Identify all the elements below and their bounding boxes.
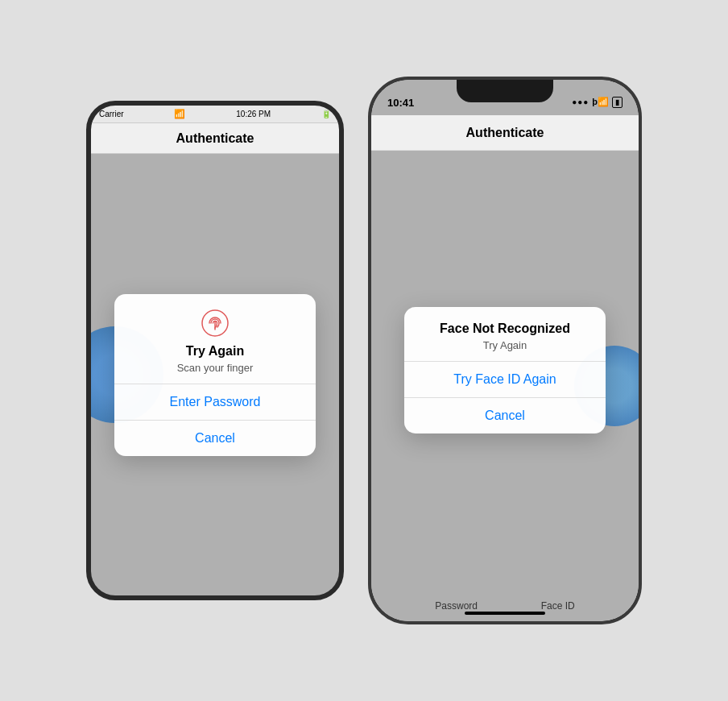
nav-title-right: Authenticate xyxy=(466,126,544,140)
signal-dots: ●●● xyxy=(572,97,589,106)
content-right: Face Not Recognized Try Again Try Face I… xyxy=(371,151,639,621)
fingerprint-icon xyxy=(201,309,230,338)
right-phone: 10:41 ●●● þ📶 ▮ Authenticate Face Not Rec… xyxy=(368,77,642,624)
alert-subtitle-right: Try Again xyxy=(417,339,593,351)
content-left: Try Again Scan your finger Enter Passwor… xyxy=(91,154,339,595)
battery-icon-right: ▮ xyxy=(612,97,623,109)
carrier-label: Carrier xyxy=(99,110,124,118)
alert-actions-right: Try Face ID Again Cancel xyxy=(404,361,606,433)
bottom-labels: Password Face ID xyxy=(371,600,639,612)
status-bar-left: Carrier 📶 10:26 PM 🔋 xyxy=(91,106,339,123)
right-screen: 10:41 ●●● þ📶 ▮ Authenticate Face Not Rec… xyxy=(371,80,639,621)
nav-bar-right: Authenticate xyxy=(371,115,639,151)
nav-title-left: Authenticate xyxy=(176,131,254,146)
cancel-button-left[interactable]: Cancel xyxy=(114,420,316,456)
try-face-id-button[interactable]: Try Face ID Again xyxy=(404,362,606,397)
alert-title-right: Face Not Recognized xyxy=(417,321,593,336)
battery-icon-left: 🔋 xyxy=(321,110,331,118)
wifi-icon-right: þ📶 xyxy=(592,97,609,107)
cancel-button-right[interactable]: Cancel xyxy=(404,397,606,433)
alert-body-right: Face Not Recognized Try Again xyxy=(404,307,606,361)
time-right: 10:41 xyxy=(387,97,414,109)
alert-dialog-right: Face Not Recognized Try Again Try Face I… xyxy=(404,307,606,433)
home-button-area xyxy=(91,595,339,600)
alert-title-left: Try Again xyxy=(127,344,303,359)
time-left: 10:26 PM xyxy=(236,110,271,118)
status-bar-right: 10:41 ●●● þ📶 ▮ xyxy=(371,80,639,115)
face-id-label: Face ID xyxy=(541,600,575,612)
left-phone: Carrier 📶 10:26 PM 🔋 Authenticate xyxy=(86,101,344,600)
home-indicator xyxy=(465,612,545,615)
alert-body-left: Try Again Scan your finger xyxy=(114,294,316,384)
wifi-icon-left: 📶 xyxy=(174,109,185,119)
alert-subtitle-left: Scan your finger xyxy=(127,362,303,374)
enter-password-button[interactable]: Enter Password xyxy=(114,384,316,420)
password-label: Password xyxy=(435,600,478,612)
status-icons-right: ●●● þ📶 ▮ xyxy=(572,97,623,109)
alert-actions-left: Enter Password Cancel xyxy=(114,384,316,456)
notch xyxy=(457,80,553,102)
alert-dialog-left: Try Again Scan your finger Enter Passwor… xyxy=(114,294,316,456)
nav-bar-left: Authenticate xyxy=(91,123,339,154)
